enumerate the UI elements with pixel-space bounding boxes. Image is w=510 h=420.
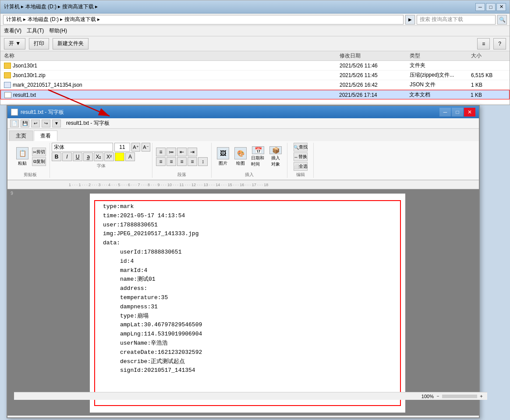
newfolder-button[interactable]: 新建文件夹: [53, 38, 89, 49]
col-modified: 修改日期: [340, 52, 410, 60]
tab-view[interactable]: 查看: [34, 131, 57, 141]
open-label: 开 ▼: [9, 40, 21, 47]
ribbon-insert-group: 🖼 图片 🎨 绘图 📅 日期和时间 📦 插入 对象 插入: [212, 143, 287, 178]
align-justify-button[interactable]: ≡: [188, 157, 197, 166]
explorer-help-button[interactable]: ?: [493, 38, 506, 49]
notepad-statusbar: 100% － ＋: [14, 392, 487, 400]
find-label: 查找: [299, 144, 308, 150]
col-size: 大小: [471, 52, 506, 60]
file-row[interactable]: result1.txt 2021/5/26 17:14 文本文档 1 KB: [0, 90, 510, 99]
copy-icon: ⧉: [33, 159, 36, 164]
text-content[interactable]: type:mark time:2021-05-17 14:13:54 user:…: [103, 202, 392, 375]
cut-button[interactable]: ✂ 剪切: [32, 148, 46, 156]
save-quick-button[interactable]: 💾: [21, 120, 29, 127]
ribbon-font-group: 宋体 11 A⁺ A⁻ B I U a̲ X₂ X² ▓ A 字体: [50, 143, 152, 178]
find-button[interactable]: 🔍 查找: [294, 143, 308, 152]
file-list: 名称 修改日期 类型 大小 Json130r1 2021/5/26 11:46 …: [0, 51, 510, 104]
explorer-maximize-button[interactable]: □: [486, 3, 496, 11]
superscript-button[interactable]: X²: [104, 152, 114, 161]
search-icon[interactable]: 🔍: [497, 15, 507, 25]
insert-paint-button[interactable]: 🎨 绘图: [233, 146, 248, 167]
quickaccess-dropdown[interactable]: ▼: [52, 120, 61, 127]
explorer-minimize-button[interactable]: ─: [475, 3, 485, 11]
file-row[interactable]: Json130r1.zip 2021/5/26 11:45 压缩(zipped)…: [0, 71, 510, 80]
zoom-in-button[interactable]: ＋: [479, 393, 484, 399]
font-name-value: 宋体: [54, 144, 64, 151]
notepad-close-button[interactable]: ✕: [464, 108, 475, 116]
fontcolor-button[interactable]: A: [125, 152, 135, 161]
italic-button[interactable]: I: [62, 152, 72, 161]
notepad-ribbon-tabs: 主页 查看: [7, 129, 479, 141]
menu-help[interactable]: 帮助(H): [49, 27, 67, 35]
image-icon: 🖼: [217, 147, 229, 159]
align-center-button[interactable]: ≡: [166, 157, 176, 166]
file-name-text: result1.txt: [13, 92, 36, 98]
subscript-button[interactable]: X₂: [94, 152, 103, 161]
address-path[interactable]: 计算机 ▸ 本地磁盘 (D:) ▸ 搜询高速下载 ▸: [3, 15, 404, 25]
file-size: 1 KB: [471, 92, 506, 98]
paste-button[interactable]: 📋 粘贴: [14, 146, 30, 167]
font-size-value: 11: [119, 144, 125, 150]
file-row[interactable]: mark_20210517_141354.json 2021/5/26 16:4…: [0, 80, 510, 90]
file-rows-container: Json130r1 2021/5/26 11:46 文件夹 Json130r1.…: [0, 61, 510, 99]
file-type: 文件夹: [410, 62, 471, 69]
ribbon-clipboard-group: 📋 粘贴 ✂ 剪切 ⧉ 复制 剪贴板: [11, 143, 50, 178]
align-right-button[interactable]: ≡: [177, 157, 187, 166]
file-type: 文本文档: [409, 91, 471, 99]
font-name-input[interactable]: 宋体: [52, 143, 113, 152]
notepad-minimize-button[interactable]: ─: [439, 108, 451, 116]
explorer-addressbar: 计算机 ▸ 本地磁盘 (D:) ▸ 搜询高速下载 ▸ ▶ 搜索 搜询高速下载 🔍: [0, 14, 510, 26]
underline-button[interactable]: U: [73, 152, 82, 161]
align-left-button[interactable]: ≡: [156, 157, 166, 166]
ruler-marks: 1 · · · 1 · · · 2 · · · 3 · · · 4 · · · …: [69, 183, 268, 187]
replace-button[interactable]: ↔ 替换: [294, 152, 308, 161]
undo-button[interactable]: ↩: [31, 120, 40, 127]
file-row[interactable]: Json130r1 2021/5/26 11:46 文件夹: [0, 61, 510, 71]
tab-home[interactable]: 主页: [9, 131, 33, 141]
bold-button[interactable]: B: [52, 152, 61, 161]
insert-image-button[interactable]: 🖼 图片: [215, 146, 231, 167]
font-size-decrease-button[interactable]: A⁻: [142, 143, 150, 152]
copy-button[interactable]: ⧉ 复制: [32, 157, 46, 166]
font-size-input[interactable]: 11: [114, 143, 130, 152]
indent-increase-button[interactable]: ⇥: [188, 148, 197, 156]
indent-decrease-button[interactable]: ⇤: [177, 148, 187, 156]
datetime-label: 日期和时间: [251, 155, 265, 167]
ruler: 1 · · · 1 · · · 2 · · · 3 · · · 4 · · · …: [7, 180, 479, 189]
format-buttons-row: B I U a̲ X₂ X² ▓ A: [52, 152, 150, 161]
search-box[interactable]: 搜索 搜询高速下载: [417, 15, 496, 25]
col-name: 名称: [4, 52, 340, 60]
zoom-slider[interactable]: [442, 395, 477, 398]
open-button[interactable]: 开 ▼: [4, 38, 25, 49]
selectall-button[interactable]: ⬜ 全选: [294, 162, 308, 171]
address-go-button[interactable]: ▶: [405, 15, 415, 25]
list-bullets-button[interactable]: ≡: [156, 148, 166, 156]
paint-icon: 🎨: [234, 147, 247, 159]
view-toggle-button[interactable]: ≡: [477, 38, 490, 49]
page-area: type:mark time:2021-05-17 14:13:54 user:…: [16, 189, 479, 416]
notepad-maximize-button[interactable]: □: [452, 108, 463, 116]
notepad-titlebar: result1.txt - 写字板 ─ □ ✕: [7, 106, 479, 118]
ribbon-editing-group: 🔍 查找 ↔ 替换 ⬜ 全选 编辑: [287, 143, 314, 178]
zoom-level: 100%: [421, 394, 434, 399]
redo-button[interactable]: ↪: [42, 120, 50, 127]
highlight-button[interactable]: ▓: [115, 152, 124, 161]
selectall-icon: ⬜: [294, 164, 299, 169]
strikethrough-button[interactable]: a̲: [83, 152, 93, 161]
menu-view[interactable]: 查看(V): [4, 27, 21, 35]
explorer-menubar: 查看(V) 工具(T) 帮助(H): [0, 26, 510, 36]
address-text: 计算机 ▸ 本地磁盘 (D:) ▸ 搜询高速下载 ▸: [6, 16, 100, 23]
explorer-close-button[interactable]: ✕: [496, 3, 506, 11]
paste-icon: 📋: [16, 147, 28, 159]
linespacing-button[interactable]: ↕: [198, 157, 208, 166]
zoom-out-button[interactable]: －: [436, 393, 440, 399]
menu-tools[interactable]: 工具(T): [27, 27, 44, 35]
insert-object-button[interactable]: 📦 插入 对象: [268, 146, 283, 167]
insert-datetime-button[interactable]: 📅 日期和时间: [250, 146, 266, 167]
print-button[interactable]: 打印: [29, 38, 49, 49]
notepad-content-area: 9 type:mark time:2021-05-17 14:13:54 use…: [7, 189, 479, 416]
ribbon-paragraph-group: ≡ ≔ ⇤ ⇥ ≡ ≡ ≡ ≡ ↕ 段落: [152, 143, 212, 178]
list-numbered-button[interactable]: ≔: [166, 148, 176, 156]
file-name-text: Json130r1.zip: [13, 72, 46, 78]
font-size-increase-button[interactable]: A⁺: [131, 143, 140, 152]
